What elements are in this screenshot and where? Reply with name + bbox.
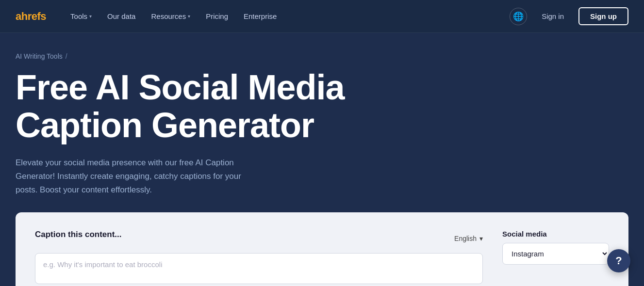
language-value: English [454, 235, 477, 242]
tool-card: Caption this content... English ▾ Social… [16, 212, 628, 286]
caption-label: Caption this content... [35, 230, 122, 239]
globe-icon[interactable]: 🌐 [510, 8, 527, 25]
navbar: ahrefs Tools ▾ Our data Resources ▾ Pric… [0, 0, 644, 33]
breadcrumb-separator: / [66, 52, 67, 60]
hero-description: Elevate your social media presence with … [16, 156, 248, 197]
nav-resources[interactable]: Resources ▾ [144, 8, 197, 24]
hero-section: AI Writing Tools / Free AI Social Media … [0, 33, 644, 286]
breadcrumb: AI Writing Tools / [16, 52, 628, 60]
caption-textarea[interactable] [35, 253, 483, 284]
logo-accent: a [16, 10, 21, 22]
nav-items: Tools ▾ Our data Resources ▾ Pricing Ent… [64, 8, 510, 24]
sign-up-button[interactable]: Sign up [578, 7, 628, 25]
logo-text: hrefs [21, 10, 46, 22]
nav-our-data[interactable]: Our data [100, 8, 142, 24]
nav-pricing[interactable]: Pricing [199, 8, 235, 24]
nav-right: 🌐 Sign in Sign up [510, 7, 628, 25]
social-media-section: Social media Instagram Twitter Facebook … [502, 230, 609, 286]
nav-enterprise[interactable]: Enterprise [237, 8, 283, 24]
breadcrumb-link[interactable]: AI Writing Tools [16, 52, 63, 60]
chevron-down-icon: ▾ [479, 235, 483, 242]
language-selector[interactable]: English ▾ [454, 235, 483, 242]
caption-input-section: Caption this content... English ▾ [35, 230, 483, 286]
logo[interactable]: ahrefs [16, 10, 46, 23]
sign-in-button[interactable]: Sign in [535, 8, 571, 24]
chevron-down-icon: ▾ [188, 14, 190, 19]
help-bubble[interactable]: ? [607, 249, 630, 272]
page-title: Free AI Social Media Caption Generator [16, 69, 394, 144]
caption-label-row: Caption this content... English ▾ [35, 230, 483, 247]
social-media-select[interactable]: Instagram Twitter Facebook LinkedIn TikT… [502, 243, 609, 265]
nav-tools[interactable]: Tools ▾ [64, 8, 99, 24]
chevron-down-icon: ▾ [89, 14, 92, 19]
social-media-label: Social media [502, 230, 609, 238]
